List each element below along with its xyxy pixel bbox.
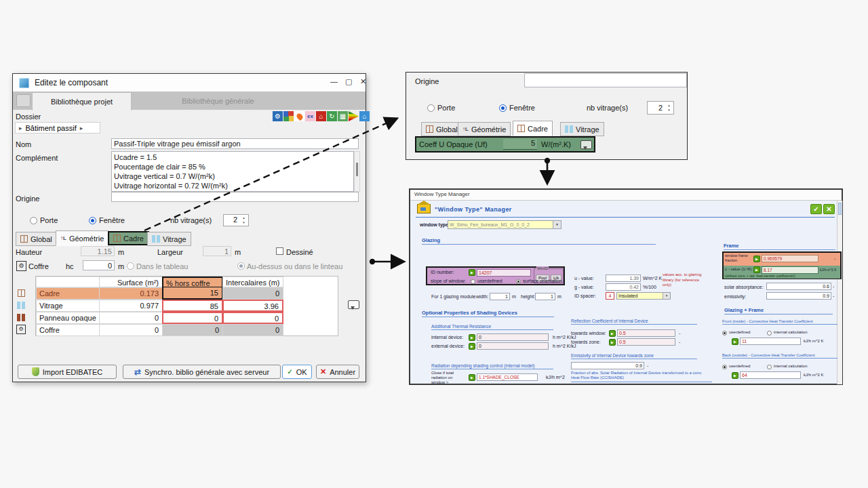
wtm-titlebar[interactable]: Window Type Manager [410, 190, 842, 201]
fenetre-radio[interactable] [89, 217, 96, 224]
nb-vitrage-stepper[interactable]: 2 ▲ ▼ [223, 214, 249, 226]
spinner-up-icon[interactable]: ▲ [665, 104, 673, 108]
origine-input[interactable] [524, 73, 687, 87]
external-device-field[interactable]: 0 [477, 342, 549, 350]
complement-textarea[interactable]: Ucadre = 1.5 Poucentage de clair = 85 % … [111, 151, 354, 192]
building-icon[interactable]: ▦ [338, 111, 348, 121]
back-coeff-field[interactable]: 64 [740, 371, 801, 379]
tab-global[interactable]: Global [421, 122, 462, 136]
porte-radio[interactable] [30, 217, 37, 224]
ex-icon[interactable]: ex [305, 111, 315, 121]
dropdown-arrow-icon[interactable]: ▼ [663, 293, 670, 299]
cell-inter[interactable]: 0 [222, 312, 283, 324]
tab-geometrie[interactable]: ↑L Géométrie [458, 122, 511, 136]
coffre-gear-icon[interactable]: ⚙ [16, 261, 26, 271]
id-number-field[interactable]: 14207 [477, 269, 531, 277]
internal-device-field[interactable]: 0 [477, 333, 549, 341]
synchro-button[interactable]: ⇄ Synchro. biblio générale avec serveur [123, 365, 281, 379]
play-icon[interactable]: ▶ [732, 338, 738, 345]
tab-bibliotheque-projet[interactable]: Bibliothèque projet [32, 92, 132, 110]
coeff-field[interactable]: 5 [503, 139, 537, 150]
origine-input[interactable] [111, 192, 359, 202]
nom-input[interactable]: Passif-Triple vitrage peu émissif argon [111, 138, 359, 149]
fenetre-radio[interactable] [499, 104, 507, 112]
frame-emissivity-field[interactable]: 0.9 [766, 292, 831, 300]
blue-house-icon[interactable]: ⌂ [359, 111, 370, 121]
complement-scrollbar[interactable] [354, 151, 360, 192]
play-icon[interactable]: ▶ [753, 256, 760, 262]
tab-geometrie[interactable]: ↑L Géométrie [56, 230, 108, 246]
linteau-radio[interactable] [237, 262, 245, 270]
play-icon[interactable]: ▶ [609, 330, 616, 337]
tab-global[interactable]: Global [16, 232, 57, 246]
import-edibatec-button[interactable]: Import EDIBATEC [18, 365, 117, 379]
cell-hors[interactable]: 0 [162, 312, 223, 324]
ok-button[interactable]: ✓ OK [282, 365, 312, 379]
breadcrumb[interactable]: ▸ Bâtiment passif ▸ [15, 122, 100, 134]
front-coeff-field[interactable]: 11 [740, 338, 801, 345]
play-icon[interactable]: ▶ [469, 334, 475, 341]
dessine-checkbox[interactable] [276, 247, 283, 255]
solar-absorptance-field[interactable]: 0.6 [766, 283, 831, 290]
editor-titlebar[interactable]: Editez le composant — ▢ ✕ [13, 74, 366, 92]
palette-icon[interactable] [283, 111, 294, 121]
back-internal-radio[interactable] [767, 365, 772, 369]
flame-icon[interactable] [294, 111, 304, 121]
annuler-button[interactable]: ✕ Annuler [316, 365, 359, 379]
id-spacer-dropdown[interactable]: Insulated ▼ [616, 292, 671, 300]
apply-check-button[interactable]: ✓ [810, 204, 822, 214]
recycle-icon[interactable]: ↻ [327, 111, 337, 121]
play-icon[interactable]: ▶ [609, 339, 616, 346]
scrollbar-thumb[interactable] [356, 163, 358, 176]
height-field[interactable]: 1 [535, 293, 555, 300]
slope-label: slope of window: [431, 279, 466, 283]
play-icon[interactable]: ▶ [469, 374, 475, 381]
play-icon[interactable]: ▶ [469, 269, 475, 276]
spinner-down-icon[interactable]: ▼ [240, 222, 248, 225]
play-icon[interactable]: ▶ [469, 343, 475, 350]
red-house-icon[interactable]: ⌂ [316, 111, 326, 121]
wtm-scrollbar[interactable] [837, 201, 842, 384]
tab-vitrage[interactable]: Vitrage [147, 232, 191, 246]
id-spacer-field[interactable]: 4 [606, 292, 614, 300]
frame-fraction-field[interactable]: 0.969579 [762, 255, 818, 262]
close-x-button[interactable]: ✕ [823, 204, 835, 214]
c-value-field[interactable]: 8.17 [762, 266, 818, 274]
towards-zone-field[interactable]: 0.5 [617, 338, 675, 346]
spinner-down-icon[interactable]: ▼ [665, 109, 673, 113]
hc-field[interactable]: 0 [83, 260, 115, 270]
width-field[interactable]: 1 [490, 293, 510, 300]
emissivity-field[interactable]: 0.9 [571, 362, 644, 369]
play-icon[interactable]: ▶ [732, 372, 738, 379]
close-icon[interactable]: ✕ [360, 77, 366, 86]
surface-orientation-radio[interactable] [516, 279, 521, 284]
cell-hors[interactable]: 15 [162, 287, 223, 300]
minimize-icon[interactable]: — [330, 77, 338, 85]
tab-bibliotheque-generale[interactable]: Bibliothèque générale [135, 92, 301, 110]
cell-hors[interactable]: 85 [162, 300, 223, 312]
play-icon[interactable]: ▶ [753, 266, 760, 273]
close-radiation-field[interactable]: 1.1*SHADE_CLOSE [477, 373, 538, 381]
cell-inter[interactable]: 3.96 [222, 300, 283, 312]
userdefined-radio[interactable] [471, 279, 475, 284]
porte-radio[interactable] [427, 104, 435, 112]
tab-vitrage[interactable]: Vitrage [560, 122, 604, 136]
tab-cadre[interactable]: Cadre [108, 231, 149, 245]
cell-surface: 0.977 [99, 300, 163, 312]
front-internal-radio[interactable] [767, 331, 772, 336]
front-userdefined-radio[interactable] [722, 331, 727, 336]
spinner-up-icon[interactable]: ▲ [240, 217, 248, 220]
comment-icon[interactable] [580, 140, 592, 149]
tab-cadre[interactable]: Cadre [513, 121, 553, 136]
scrollbar-thumb[interactable] [838, 203, 842, 215]
dans-tableau-radio[interactable] [127, 262, 134, 270]
energy-label-icon[interactable] [349, 111, 359, 121]
dropdown-arrow-icon[interactable]: ▼ [553, 221, 561, 228]
nb-vitrage-stepper[interactable]: 2 ▲ ▼ [647, 101, 674, 115]
window-type-dropdown[interactable]: W_Simu_Fen_bureaux_M1_G_0_0_2 ▼ [448, 220, 561, 229]
gear-icon[interactable]: ⚙ [273, 111, 283, 121]
maximize-icon[interactable]: ▢ [345, 77, 352, 86]
towards-window-field[interactable]: 0.5 [617, 329, 675, 337]
back-userdefined-radio[interactable] [722, 365, 727, 369]
comment-icon[interactable] [348, 300, 359, 309]
